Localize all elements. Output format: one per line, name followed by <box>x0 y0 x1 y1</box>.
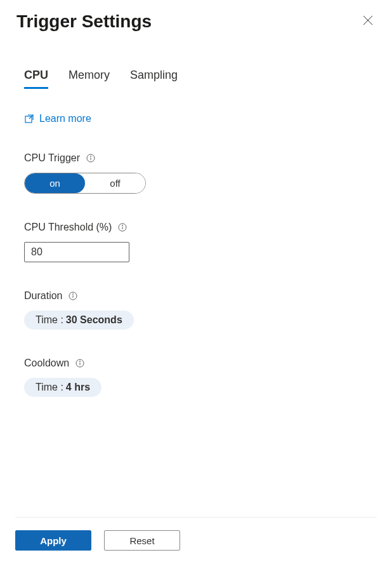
cooldown-pill-prefix: Time : <box>36 382 63 393</box>
info-icon[interactable] <box>86 154 95 163</box>
svg-line-3 <box>29 115 33 119</box>
cooldown-pill-value: 4 hrs <box>66 382 90 393</box>
learn-more-label: Learn more <box>39 113 91 124</box>
duration-pill[interactable]: Time : 30 Seconds <box>24 311 134 330</box>
reset-button[interactable]: Reset <box>104 530 180 551</box>
learn-more-link[interactable]: Learn more <box>24 113 91 124</box>
cpu-threshold-input[interactable] <box>24 242 129 262</box>
svg-point-6 <box>91 156 91 157</box>
tab-cpu[interactable]: CPU <box>24 69 48 89</box>
page-title: Trigger Settings <box>16 11 152 32</box>
duration-pill-value: 30 Seconds <box>66 314 122 326</box>
toggle-on[interactable]: on <box>25 173 85 193</box>
svg-point-15 <box>80 361 81 362</box>
tabs: CPU Memory Sampling <box>24 69 368 89</box>
info-icon[interactable] <box>75 359 84 368</box>
tab-sampling[interactable]: Sampling <box>130 69 178 89</box>
external-link-icon <box>24 114 34 124</box>
apply-button[interactable]: Apply <box>15 530 91 551</box>
cpu-trigger-label: CPU Trigger <box>24 152 80 164</box>
toggle-off[interactable]: off <box>85 173 145 193</box>
duration-label: Duration <box>24 290 62 302</box>
cooldown-pill[interactable]: Time : 4 hrs <box>24 378 101 397</box>
svg-point-9 <box>122 225 123 226</box>
info-icon[interactable] <box>69 291 77 300</box>
close-icon <box>363 15 373 25</box>
svg-point-12 <box>73 294 74 295</box>
info-icon[interactable] <box>118 223 127 232</box>
divider <box>15 517 377 518</box>
cpu-trigger-toggle[interactable]: on off <box>24 173 146 194</box>
duration-pill-prefix: Time : <box>36 314 63 326</box>
cooldown-label: Cooldown <box>24 358 69 369</box>
close-button[interactable] <box>360 13 376 30</box>
cpu-threshold-label: CPU Threshold (%) <box>24 222 112 233</box>
tab-memory[interactable]: Memory <box>69 69 110 89</box>
